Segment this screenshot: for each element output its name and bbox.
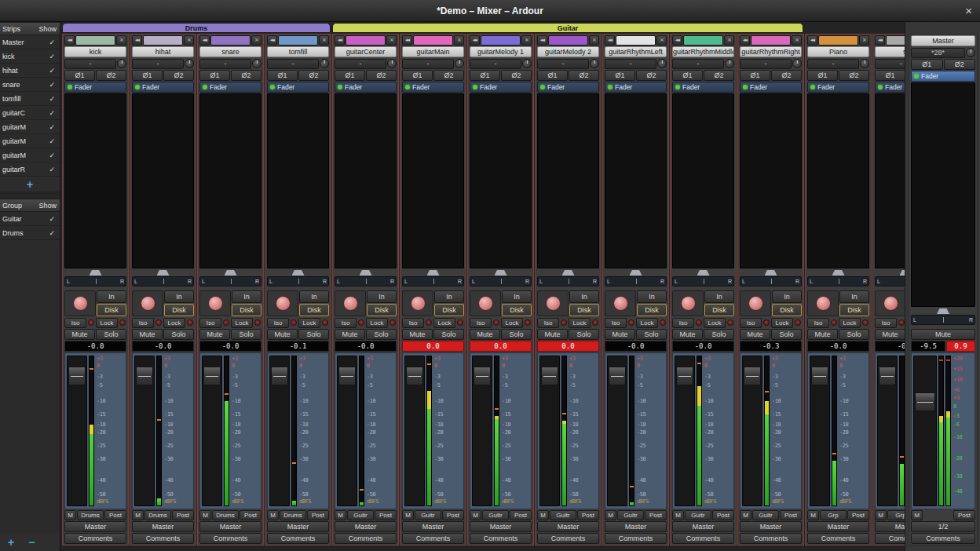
fader-processor[interactable]: Fader [537,82,599,93]
output-button[interactable]: Master [64,521,126,532]
close-strip-icon[interactable]: × [184,35,194,46]
pan-handle[interactable] [292,270,305,276]
mute-button[interactable]: Mute [267,329,298,340]
mute-button[interactable]: Mute [740,329,770,340]
trim-dropdown[interactable]: - [672,59,724,69]
pan-handle[interactable] [697,270,710,276]
processor-box[interactable] [64,93,126,268]
master-processor-box[interactable] [911,82,975,307]
phase1-button[interactable]: Ø1 [672,70,703,81]
monitor-disk-button[interactable]: Disk [299,304,329,316]
master-phase1-button[interactable]: Ø1 [911,59,943,70]
mute-button[interactable]: Mute [672,329,703,340]
fader-processor[interactable]: Fader [807,82,869,93]
processor-box[interactable] [807,93,869,268]
close-strip-icon[interactable]: × [251,35,261,46]
gain-fader[interactable] [810,356,830,506]
metering-button[interactable]: M [875,510,887,520]
track-name-button[interactable]: guitarMelody 1 [470,46,532,57]
monitor-input-button[interactable]: In [164,290,194,303]
output-button[interactable]: Master [267,521,329,532]
solo-button[interactable]: Solo [636,329,667,340]
monitor-disk-button[interactable]: Disk [434,304,464,316]
processor-box[interactable] [740,93,802,268]
solo-isolate-button[interactable]: Iso [875,318,897,328]
gain-display[interactable]: 0.0 [402,341,464,352]
record-arm-button[interactable] [478,296,493,311]
gain-display[interactable]: -0.1 [267,341,329,352]
trim-knob[interactable] [657,59,667,68]
output-button[interactable]: Master [605,521,667,532]
comments-button[interactable]: Comments [672,533,734,544]
strip-list-row[interactable]: kick✓ [0,49,60,64]
window-close-button[interactable]: × [965,4,972,17]
fader-processor[interactable]: Fader [605,82,667,93]
gain-fader[interactable] [67,356,87,506]
trim-dropdown[interactable]: - [132,59,184,69]
metering-button[interactable]: M [335,510,346,520]
pan-handle[interactable] [427,270,440,276]
processor-active-led[interactable] [608,85,612,89]
phase1-button[interactable]: Ø1 [199,70,230,81]
mute-button[interactable]: Mute [64,329,95,340]
trim-knob[interactable] [590,59,599,68]
processor-active-led[interactable] [203,85,207,89]
fader-processor[interactable]: Fader [470,82,532,93]
master-output-button[interactable]: 1/2 [911,521,975,532]
processor-box[interactable] [132,93,194,268]
gain-display[interactable]: -0.0 [64,341,126,352]
pan-bar[interactable]: LR [402,276,464,286]
metering-button[interactable]: M [605,510,616,520]
meter-point-button[interactable]: Post [442,510,464,520]
group-button[interactable]: Guitr [347,510,374,520]
strip-list-row[interactable]: hihat✓ [0,64,60,78]
output-button[interactable]: Master [875,521,905,532]
pan-bar[interactable]: LR [267,276,329,286]
strip-list-row[interactable]: guitarC✓ [0,106,60,120]
group-button[interactable]: Guitr [415,510,441,520]
solo-button[interactable]: Solo [433,329,464,340]
pan-widget[interactable]: LR [402,269,464,290]
fader-processor[interactable]: Fader [199,82,261,93]
gain-display[interactable]: -0.0 [199,341,261,352]
solo-button[interactable]: Solo [298,329,329,340]
record-arm-button[interactable] [343,296,358,311]
close-strip-icon[interactable]: × [589,35,599,46]
monitor-disk-button[interactable]: Disk [232,304,261,316]
processor-box[interactable] [875,93,905,268]
solo-isolate-button[interactable]: Iso [267,318,289,328]
track-color-swatch[interactable] [210,35,250,46]
group-list-row[interactable]: Drums✓ [0,226,60,240]
group-button[interactable]: Guitr [617,510,644,520]
strip-list-row[interactable]: guitarM✓ [0,148,60,162]
scroll-to-track-icon[interactable]: ◂◂ [335,35,345,46]
gain-fader-handle[interactable] [406,367,423,385]
record-arm-button[interactable] [141,296,155,311]
scroll-to-track-icon[interactable]: ◂◂ [132,35,142,46]
monitor-input-button[interactable]: In [232,290,261,303]
fader-processor[interactable]: Fader [335,82,397,93]
group-button[interactable]: Grp [820,510,847,520]
trim-knob[interactable] [387,59,397,68]
output-button[interactable]: Master [402,521,464,532]
group-button[interactable]: Guitr [482,510,509,520]
pan-handle[interactable] [765,270,777,276]
gain-fader-handle[interactable] [136,367,153,385]
processor-box[interactable] [402,93,464,268]
solo-isolate-button[interactable]: Iso [402,318,424,328]
close-strip-icon[interactable]: × [792,35,802,46]
track-color-swatch[interactable] [751,35,791,46]
master-fader-processor[interactable]: Fader [911,71,975,82]
track-name-button[interactable]: guitarCenter [335,46,397,57]
pan-bar[interactable]: LR [199,276,261,286]
gain-fader-handle[interactable] [271,367,288,385]
mute-button[interactable]: Mute [875,329,905,340]
phase2-button[interactable]: Ø2 [298,70,329,81]
visibility-check[interactable]: ✓ [49,67,60,75]
solo-lock-button[interactable]: Lock [298,318,320,328]
close-strip-icon[interactable]: × [859,35,869,46]
output-button[interactable]: Master [672,521,734,532]
monitor-disk-button[interactable]: Disk [367,304,397,316]
trim-knob[interactable] [860,59,869,68]
metering-button[interactable]: M [267,510,279,520]
